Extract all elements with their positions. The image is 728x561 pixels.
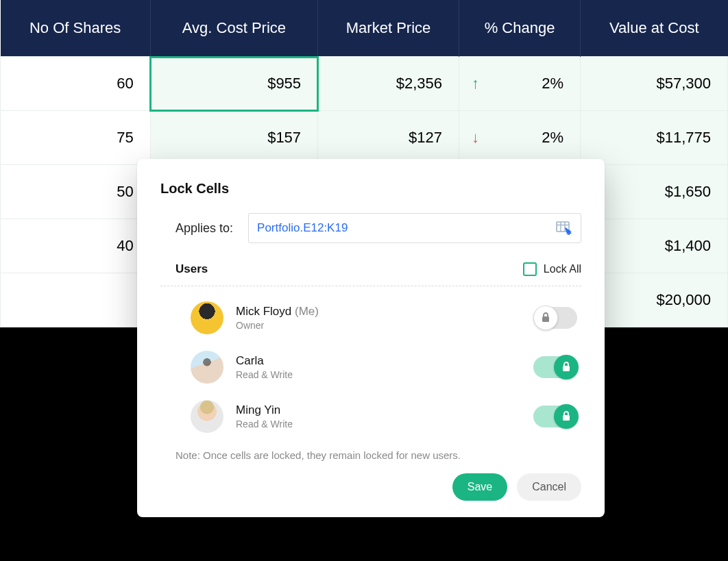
cell-market[interactable]: $2,356 bbox=[318, 57, 459, 111]
dialog-actions: Save Cancel bbox=[160, 473, 581, 501]
users-header: Users Lock All bbox=[160, 262, 581, 276]
lock-toggle[interactable] bbox=[533, 356, 577, 378]
user-row: Mick Floyd (Me) Owner bbox=[191, 301, 577, 334]
lock-cells-dialog: Lock Cells Applies to: Portfolio.E12:K19… bbox=[137, 159, 605, 517]
cell-shares[interactable]: 75 bbox=[1, 111, 151, 165]
lock-icon bbox=[554, 404, 579, 429]
range-input[interactable]: Portfolio.E12:K19 bbox=[248, 213, 581, 243]
cell-shares[interactable] bbox=[1, 273, 151, 327]
lock-all-checkbox[interactable]: Lock All bbox=[523, 262, 581, 276]
users-section-title: Users bbox=[175, 262, 208, 276]
col-value[interactable]: Value at Cost bbox=[581, 0, 728, 57]
cell-value[interactable]: $11,775 bbox=[581, 111, 728, 165]
cell-shares[interactable]: 40 bbox=[1, 219, 151, 273]
avatar bbox=[191, 351, 223, 384]
cell-market[interactable]: $127 bbox=[318, 111, 459, 165]
separator bbox=[160, 286, 581, 286]
col-avg-cost[interactable]: Avg. Cost Price bbox=[150, 0, 317, 57]
col-change[interactable]: % Change bbox=[459, 0, 580, 57]
table-row: 75 $157 $127 ↓ 2% $11,775 bbox=[1, 111, 728, 165]
lock-toggle[interactable] bbox=[533, 406, 577, 427]
cancel-button[interactable]: Cancel bbox=[517, 473, 581, 501]
lock-toggle[interactable] bbox=[533, 307, 577, 329]
header-row: No Of Shares Avg. Cost Price Market Pric… bbox=[1, 0, 728, 57]
cell-value[interactable]: $57,300 bbox=[581, 57, 728, 111]
cell-avg-cost[interactable]: $157 bbox=[150, 111, 317, 165]
change-value: 2% bbox=[542, 129, 563, 147]
cell-change[interactable]: ↑ 2% bbox=[459, 57, 580, 111]
lock-all-label: Lock All bbox=[544, 263, 581, 275]
change-value: 2% bbox=[542, 75, 563, 92]
cell-avg-cost[interactable]: $955 bbox=[150, 57, 317, 111]
user-list: Mick Floyd (Me) Owner Carla Read & Write bbox=[160, 301, 581, 433]
cell-shares[interactable]: 60 bbox=[1, 57, 151, 111]
lock-icon bbox=[533, 306, 558, 330]
lock-icon bbox=[554, 355, 579, 379]
user-row: Carla Read & Write bbox=[191, 351, 577, 384]
cell-shares[interactable]: 50 bbox=[1, 165, 151, 219]
user-role: Read & Write bbox=[236, 419, 293, 429]
col-shares[interactable]: No Of Shares bbox=[1, 0, 151, 57]
avatar bbox=[191, 400, 223, 433]
user-name: Ming Yin bbox=[236, 403, 293, 417]
dialog-title: Lock Cells bbox=[160, 181, 581, 197]
applies-to-row: Applies to: Portfolio.E12:K19 bbox=[160, 213, 581, 243]
svg-rect-5 bbox=[542, 316, 549, 322]
user-row: Ming Yin Read & Write bbox=[191, 400, 577, 433]
svg-rect-7 bbox=[563, 415, 570, 421]
avatar bbox=[191, 301, 223, 334]
col-market[interactable]: Market Price bbox=[318, 0, 459, 57]
user-role: Read & Write bbox=[236, 369, 293, 380]
range-picker-icon[interactable] bbox=[556, 221, 572, 235]
dialog-note: Note: Once cells are locked, they remain… bbox=[175, 449, 581, 461]
save-button[interactable]: Save bbox=[452, 473, 507, 501]
table-row: 60 $955 $2,356 ↑ 2% $57,300 bbox=[1, 57, 728, 111]
arrow-up-icon: ↑ bbox=[472, 75, 479, 92]
applies-to-label: Applies to: bbox=[175, 221, 233, 236]
user-name: Carla bbox=[236, 354, 293, 368]
range-value: Portfolio.E12:K19 bbox=[257, 221, 348, 235]
arrow-down-icon: ↓ bbox=[472, 129, 479, 147]
user-role: Owner bbox=[236, 320, 319, 331]
svg-rect-6 bbox=[563, 366, 570, 371]
cell-change[interactable]: ↓ 2% bbox=[459, 111, 580, 165]
user-name: Mick Floyd (Me) bbox=[236, 305, 319, 319]
checkbox-icon bbox=[523, 262, 537, 276]
